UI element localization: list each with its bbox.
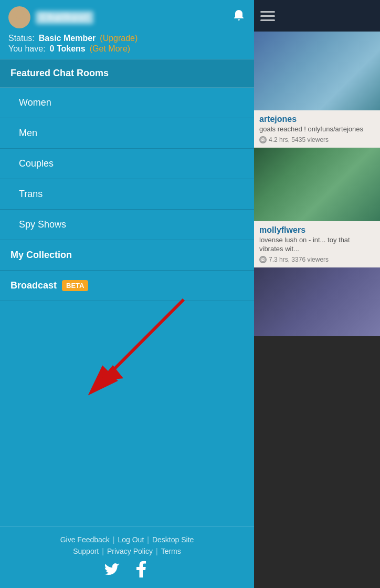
sidebar-item-women[interactable]: Women	[0, 88, 254, 118]
card-1[interactable]: artejones goals reached ! onlyfuns/artej…	[254, 32, 380, 148]
notification-bell-icon[interactable]	[232, 9, 246, 26]
card-1-info: artejones goals reached ! onlyfuns/artej…	[254, 110, 380, 148]
clock-icon-2	[259, 256, 267, 263]
svg-line-10	[263, 260, 264, 260]
card-1-username: artejones	[259, 115, 375, 124]
card-2-meta: 7.3 hrs, 3376 viewers	[259, 256, 375, 263]
get-more-link[interactable]: (Get More)	[90, 44, 130, 54]
facebook-icon[interactable]	[132, 560, 151, 579]
right-panel: artejones goals reached ! onlyfuns/artej…	[254, 0, 380, 588]
terms-link[interactable]: Terms	[161, 547, 181, 555]
arrow-annotation	[84, 294, 199, 401]
sidebar-item-spy-shows[interactable]: Spy Shows	[0, 210, 254, 240]
right-top-bar	[254, 0, 380, 32]
svg-point-1	[13, 19, 26, 27]
twitter-icon[interactable]	[103, 560, 122, 579]
svg-line-3	[110, 300, 184, 373]
card-1-image	[254, 32, 380, 110]
sidebar-item-couples-label: Couples	[19, 158, 54, 169]
svg-line-7	[263, 140, 264, 140]
status-label: Status:	[8, 34, 35, 43]
privacy-policy-link[interactable]: Privacy Policy	[107, 547, 153, 555]
tokens-row: You have: 0 Tokens (Get More)	[8, 44, 246, 54]
broadcast-label: Broadcast	[10, 280, 57, 291]
featured-chat-rooms-header: Featured Chat Rooms	[0, 59, 254, 88]
tokens-label: You have:	[8, 44, 46, 54]
sidebar-item-trans-label: Trans	[19, 189, 43, 199]
card-2-image	[254, 148, 380, 221]
user-info: Chathost	[8, 6, 93, 28]
give-feedback-link[interactable]: Give Feedback	[60, 535, 110, 544]
card-1-meta-text: 4.2 hrs, 5435 viewers	[269, 136, 329, 143]
card-3-image	[254, 267, 380, 336]
tokens-value: 0 Tokens	[50, 44, 86, 54]
upgrade-link[interactable]: (Upgrade)	[100, 34, 138, 43]
featured-header-text: Featured Chat Rooms	[10, 68, 109, 78]
card-1-description: goals reached ! onlyfuns/artejones	[259, 125, 375, 134]
svg-marker-4	[100, 365, 123, 381]
card-2-meta-text: 7.3 hrs, 3376 viewers	[269, 256, 329, 263]
username-display: Chathost	[36, 11, 93, 24]
sidebar-item-couples[interactable]: Couples	[0, 149, 254, 179]
right-content: artejones goals reached ! onlyfuns/artej…	[254, 32, 380, 588]
card-3[interactable]	[254, 267, 380, 336]
clock-icon	[259, 136, 267, 143]
sidebar-item-broadcast[interactable]: Broadcast BETA	[0, 271, 254, 301]
social-icons	[10, 560, 244, 584]
sidebar-item-my-collection[interactable]: My Collection	[0, 240, 254, 271]
beta-badge: BETA	[62, 280, 88, 291]
sidebar-item-men-label: Men	[19, 128, 37, 138]
sidebar-item-women-label: Women	[19, 97, 51, 108]
svg-point-0	[15, 11, 24, 19]
sidebar-header: Chathost Status: Basic Member (Upgrade) …	[0, 0, 254, 59]
desktop-site-link[interactable]: Desktop Site	[152, 535, 194, 544]
avatar	[8, 6, 30, 28]
card-2[interactable]: mollyflwers lovense lush on - int... toy…	[254, 148, 380, 267]
log-out-link[interactable]: Log Out	[118, 535, 144, 544]
card-1-meta: 4.2 hrs, 5435 viewers	[259, 136, 375, 143]
sidebar: Chathost Status: Basic Member (Upgrade) …	[0, 0, 254, 588]
card-2-username: mollyflwers	[259, 225, 375, 235]
sidebar-footer: Give Feedback | Log Out | Desktop Site S…	[0, 527, 254, 588]
support-link[interactable]: Support	[73, 547, 99, 555]
sidebar-item-spy-shows-label: Spy Shows	[19, 219, 66, 230]
sidebar-item-trans[interactable]: Trans	[0, 179, 254, 210]
hamburger-menu-icon[interactable]	[260, 11, 275, 21]
footer-links-row-2: Support | Privacy Policy | Terms	[10, 547, 244, 555]
sidebar-item-my-collection-label: My Collection	[10, 250, 72, 260]
status-value: Basic Member	[39, 34, 96, 43]
header-top-row: Chathost	[8, 6, 246, 28]
card-2-info: mollyflwers lovense lush on - int... toy…	[254, 221, 380, 267]
status-row: Status: Basic Member (Upgrade)	[8, 34, 246, 43]
footer-links-row-1: Give Feedback | Log Out | Desktop Site	[10, 535, 244, 544]
sidebar-item-men[interactable]: Men	[0, 118, 254, 149]
card-2-description: lovense lush on - int... toy that vibrat…	[259, 236, 375, 254]
